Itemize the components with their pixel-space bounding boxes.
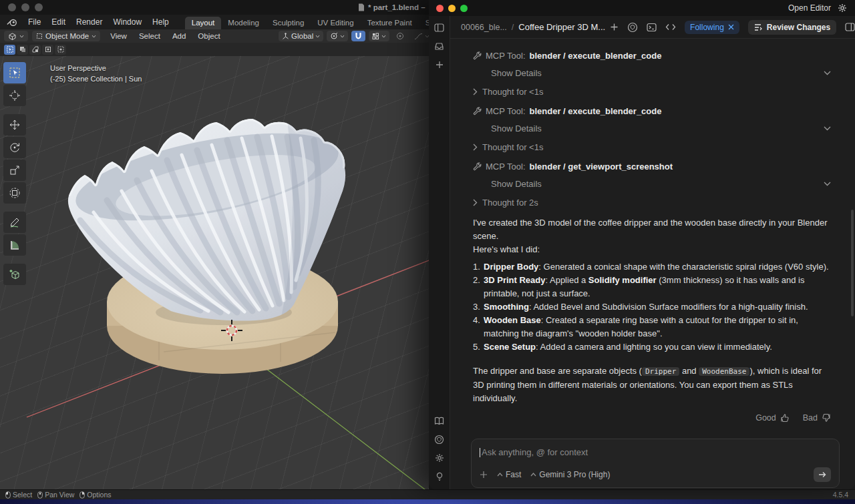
lasso-select-icon xyxy=(45,46,51,53)
select-mode-paint-button[interactable] xyxy=(55,45,66,55)
inbox-button[interactable] xyxy=(432,39,447,53)
send-button[interactable] xyxy=(814,467,831,482)
measure-tool-button[interactable] xyxy=(3,234,26,256)
composer[interactable]: Ask anything, @ for context Fast Gemini … xyxy=(471,439,840,488)
thumbs-up-icon[interactable] xyxy=(780,413,790,423)
select-mode-lasso-button[interactable] xyxy=(42,45,53,55)
speed-mode-dropdown[interactable]: Fast xyxy=(497,470,521,479)
transform-orientation-dropdown[interactable]: Global xyxy=(279,31,323,41)
mouse-left-icon xyxy=(5,491,11,499)
viewport-toolbar xyxy=(3,62,26,286)
viewport-header-right: Global xyxy=(275,31,433,41)
list-item: 1.Dripper Body: Generated a conical shap… xyxy=(473,260,831,274)
review-changes-button[interactable]: Review Changes xyxy=(748,20,836,35)
tool-call-row[interactable]: MCP Tool: blender / execute_blender_code xyxy=(473,49,831,61)
model-dropdown[interactable]: Gemini 3 Pro (High) xyxy=(530,470,610,479)
attach-plus-icon[interactable] xyxy=(480,471,488,479)
tool-call-row[interactable]: MCP Tool: blender / execute_blender_code xyxy=(473,105,831,117)
chat-title[interactable]: Coffee Dripper 3D M... xyxy=(518,22,605,32)
scale-tool-button[interactable] xyxy=(3,160,26,181)
close-window-button[interactable] xyxy=(436,5,444,12)
snap-target-dropdown[interactable] xyxy=(369,31,389,41)
chat-transcript[interactable]: MCP Tool: blender / execute_blender_code… xyxy=(450,39,855,433)
close-icon[interactable] xyxy=(728,24,734,30)
chevron-down-icon xyxy=(340,35,345,38)
tab-layout[interactable]: Layout xyxy=(185,17,222,29)
viewport-3d[interactable]: User Perspective (-25) Scene Collection … xyxy=(0,56,429,489)
snap-toggle[interactable] xyxy=(351,31,365,41)
mode-dropdown[interactable]: Object Mode xyxy=(32,31,100,41)
transform-tool-button[interactable] xyxy=(3,182,26,204)
following-badge[interactable]: Following xyxy=(685,21,739,34)
menu-add[interactable]: Add xyxy=(166,32,192,40)
rotate-tool-button[interactable] xyxy=(3,137,26,158)
bad-feedback-button[interactable]: Bad xyxy=(803,413,818,423)
proportional-editing-toggle[interactable] xyxy=(393,31,407,41)
pivot-point-dropdown[interactable] xyxy=(327,31,348,41)
select-mode-box-button[interactable] xyxy=(17,45,28,55)
minimize-window-button[interactable] xyxy=(21,3,29,11)
menu-view[interactable]: View xyxy=(104,32,133,40)
menu-edit[interactable]: Edit xyxy=(46,16,71,28)
docs-button[interactable] xyxy=(432,413,447,428)
add-primitive-tool-button[interactable] xyxy=(3,264,26,285)
editor-type-dropdown[interactable] xyxy=(4,31,28,41)
thought-toggle[interactable]: Thought for 2s xyxy=(473,196,831,208)
thought-toggle[interactable]: Thought for <1s xyxy=(473,85,831,97)
good-feedback-button[interactable]: Good xyxy=(755,413,776,423)
panel-toggle-icon[interactable] xyxy=(845,23,855,31)
file-icon xyxy=(358,3,365,11)
menu-file[interactable]: File xyxy=(23,16,46,28)
blender-traffic-lights xyxy=(8,3,43,11)
mouse-middle-icon xyxy=(37,491,43,499)
new-tab-plus-icon[interactable] xyxy=(610,23,619,31)
menu-select[interactable]: Select xyxy=(133,32,166,40)
minimize-window-button[interactable] xyxy=(448,5,456,12)
breadcrumb[interactable]: 00066_ble... xyxy=(461,23,507,32)
tab-sculpting[interactable]: Sculpting xyxy=(266,17,311,29)
select-mode-tweak-button[interactable] xyxy=(4,45,15,55)
show-details-toggle[interactable]: Show Details xyxy=(491,178,831,190)
code-icon[interactable] xyxy=(665,23,676,31)
composer-input[interactable]: Ask anything, @ for context xyxy=(480,447,831,457)
zoom-window-button[interactable] xyxy=(35,3,43,11)
chat-scrollbar[interactable] xyxy=(851,210,854,316)
close-window-button[interactable] xyxy=(8,3,16,11)
thumbs-down-icon[interactable] xyxy=(822,413,831,423)
tips-button[interactable] xyxy=(432,469,447,484)
browser-icon[interactable] xyxy=(627,22,638,33)
tab-modeling[interactable]: Modeling xyxy=(221,17,266,29)
move-tool-button[interactable] xyxy=(3,114,26,136)
tab-uv-editing[interactable]: UV Editing xyxy=(311,17,360,29)
screen: * part_1.blend – File Edit Render Window… xyxy=(0,0,855,504)
show-details-toggle[interactable]: Show Details xyxy=(491,67,831,79)
menu-window[interactable]: Window xyxy=(108,16,147,28)
cursor-tool-button[interactable] xyxy=(3,85,26,106)
menu-object[interactable]: Object xyxy=(192,32,226,40)
show-details-toggle[interactable]: Show Details xyxy=(491,122,831,134)
annotate-tool-button[interactable] xyxy=(3,212,26,233)
browser-button[interactable] xyxy=(432,432,447,447)
tab-texture-paint[interactable]: Texture Paint xyxy=(361,17,419,29)
composer-placeholder: Ask anything, @ for context xyxy=(482,447,588,457)
select-box-tool-button[interactable] xyxy=(3,62,26,83)
new-chat-button[interactable] xyxy=(432,57,447,72)
menu-render[interactable]: Render xyxy=(71,16,108,28)
chevron-right-icon xyxy=(473,144,478,151)
settings-gear-icon[interactable] xyxy=(838,3,847,13)
rotate-icon xyxy=(9,142,21,154)
open-editor-button[interactable]: Open Editor xyxy=(788,3,831,13)
list-item: 3.Smoothing: Added Bevel and Subdivision… xyxy=(473,300,831,314)
toggle-sidebar-button[interactable] xyxy=(432,20,447,35)
tool-call-row[interactable]: MCP Tool: blender / get_viewport_screens… xyxy=(473,160,831,172)
menu-help[interactable]: Help xyxy=(147,16,174,28)
settings-button[interactable] xyxy=(432,451,447,465)
select-mode-circle-button[interactable] xyxy=(29,45,41,55)
chevron-down-icon xyxy=(315,35,320,38)
status-pan-hint: Pan View xyxy=(37,491,74,499)
thought-toggle[interactable]: Thought for <1s xyxy=(473,141,831,153)
terminal-icon[interactable] xyxy=(647,23,657,32)
zoom-window-button[interactable] xyxy=(460,5,468,12)
list-item: 4.Wooden Base: Created a separate ring b… xyxy=(473,314,831,340)
message-paragraph: Here's what I did: xyxy=(473,243,831,256)
